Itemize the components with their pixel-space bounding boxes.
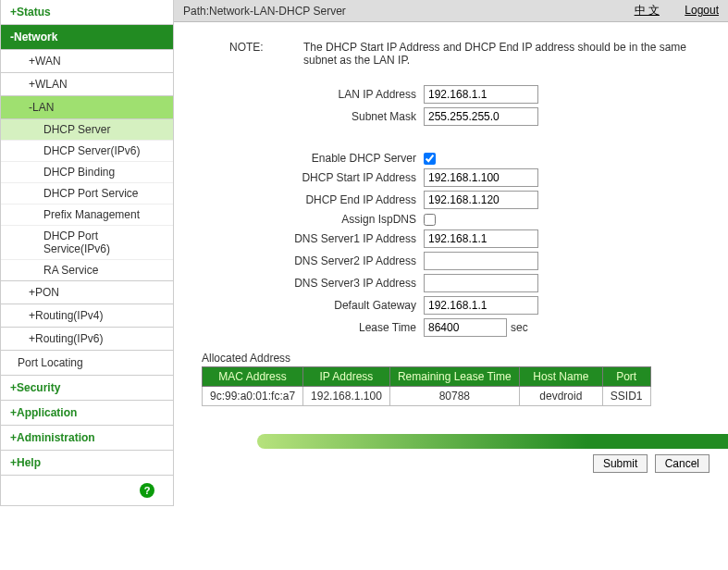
dns3-label: DNS Server3 IP Address bbox=[229, 277, 424, 290]
nav-network[interactable]: -Network bbox=[1, 25, 173, 50]
help-icon[interactable]: ? bbox=[140, 483, 154, 498]
th-port: Port bbox=[602, 367, 650, 387]
nav-dhcp-server[interactable]: DHCP Server bbox=[1, 119, 173, 141]
nav-wan[interactable]: +WAN bbox=[1, 50, 173, 73]
td-port: SSID1 bbox=[602, 387, 650, 406]
footer: Submit Cancel bbox=[174, 434, 728, 482]
note-label: NOTE: bbox=[229, 41, 285, 67]
assign-ispdns-label: Assign IspDNS bbox=[229, 213, 424, 226]
nav-port-locating[interactable]: Port Locating bbox=[1, 351, 173, 376]
th-ip: IP Address bbox=[303, 367, 390, 387]
allocated-table: MAC Address IP Address Remaining Lease T… bbox=[202, 366, 651, 406]
logout-link[interactable]: Logout bbox=[685, 4, 719, 17]
nav-pon[interactable]: +PON bbox=[1, 281, 173, 304]
allocated-title: Allocated Address bbox=[202, 352, 700, 365]
nav-routing-ipv4[interactable]: +Routing(IPv4) bbox=[1, 304, 173, 328]
breadcrumb: Path:Network-LAN-DHCP Server bbox=[183, 5, 346, 18]
enable-dhcp-checkbox[interactable] bbox=[424, 153, 436, 165]
td-mac: 9c:99:a0:01:fc:a7 bbox=[203, 387, 303, 406]
footer-bar bbox=[257, 434, 728, 449]
td-remaining: 80788 bbox=[389, 387, 519, 406]
dns2-input[interactable] bbox=[424, 252, 538, 270]
nav-security[interactable]: +Security bbox=[1, 376, 173, 401]
enable-dhcp-label: Enable DHCP Server bbox=[229, 152, 424, 165]
lease-input[interactable] bbox=[424, 318, 507, 337]
subnet-label: Subnet Mask bbox=[229, 110, 424, 123]
submit-button[interactable]: Submit bbox=[593, 454, 648, 473]
topbar: Path:Network-LAN-DHCP Server 中 文 Logout bbox=[174, 0, 728, 22]
end-ip-input[interactable] bbox=[424, 191, 538, 209]
nav-dhcp-port-service[interactable]: DHCP Port Service bbox=[1, 183, 173, 204]
subnet-input[interactable] bbox=[424, 107, 538, 126]
sidebar: +Status -Network +WAN +WLAN -LAN DHCP Se… bbox=[0, 0, 174, 506]
nav-dhcp-port-service-ipv6[interactable]: DHCP Port Service(IPv6) bbox=[1, 226, 173, 260]
nav-administration[interactable]: +Administration bbox=[1, 426, 173, 451]
gateway-label: Default Gateway bbox=[229, 299, 424, 312]
lease-label: Lease Time bbox=[229, 321, 424, 334]
td-host: devdroid bbox=[519, 387, 602, 406]
note-text: The DHCP Start IP Address and DHCP End I… bbox=[285, 41, 700, 67]
end-ip-label: DHCP End IP Address bbox=[229, 193, 424, 206]
cancel-button[interactable]: Cancel bbox=[655, 454, 709, 473]
dns3-input[interactable] bbox=[424, 274, 538, 292]
th-host: Host Name bbox=[519, 367, 602, 387]
nav-wlan[interactable]: +WLAN bbox=[1, 73, 173, 96]
gateway-input[interactable] bbox=[424, 296, 538, 315]
dns1-input[interactable] bbox=[424, 229, 538, 248]
nav-dhcp-server-ipv6[interactable]: DHCP Server(IPv6) bbox=[1, 141, 173, 162]
language-link[interactable]: 中 文 bbox=[635, 4, 660, 17]
nav-help[interactable]: +Help bbox=[1, 451, 173, 476]
lan-ip-input[interactable] bbox=[424, 85, 538, 104]
nav-application[interactable]: +Application bbox=[1, 401, 173, 426]
nav-lan[interactable]: -LAN bbox=[1, 96, 173, 119]
start-ip-input[interactable] bbox=[424, 168, 538, 187]
nav-routing-ipv6[interactable]: +Routing(IPv6) bbox=[1, 328, 173, 351]
td-ip: 192.168.1.100 bbox=[303, 387, 390, 406]
nav-dhcp-binding[interactable]: DHCP Binding bbox=[1, 162, 173, 183]
th-mac: MAC Address bbox=[203, 367, 303, 387]
dns1-label: DNS Server1 IP Address bbox=[229, 232, 424, 245]
main-content: Path:Network-LAN-DHCP Server 中 文 Logout … bbox=[174, 0, 728, 506]
nav-status[interactable]: +Status bbox=[1, 0, 173, 25]
start-ip-label: DHCP Start IP Address bbox=[229, 171, 424, 184]
assign-ispdns-checkbox[interactable] bbox=[424, 214, 436, 226]
lease-suffix: sec bbox=[511, 321, 528, 334]
dns2-label: DNS Server2 IP Address bbox=[229, 254, 424, 267]
th-remaining: Remaining Lease Time bbox=[389, 367, 519, 387]
nav-prefix-management[interactable]: Prefix Management bbox=[1, 204, 173, 226]
lan-ip-label: LAN IP Address bbox=[229, 88, 424, 101]
nav-ra-service[interactable]: RA Service bbox=[1, 260, 173, 281]
table-row: 9c:99:a0:01:fc:a7 192.168.1.100 80788 de… bbox=[203, 387, 651, 406]
